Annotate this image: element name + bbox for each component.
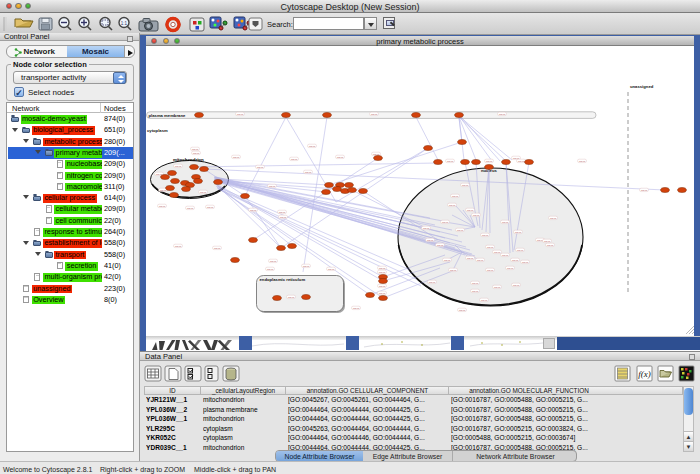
svg-text:GO-nd: GO-nd bbox=[518, 160, 525, 162]
svg-text:GO-nd: GO-nd bbox=[473, 214, 480, 216]
svg-text:GO-nd: GO-nd bbox=[502, 221, 509, 223]
svg-text:GO-nd: GO-nd bbox=[267, 268, 274, 270]
svg-text:GO-nd: GO-nd bbox=[641, 189, 648, 191]
svg-text:GO-nd: GO-nd bbox=[481, 299, 488, 301]
svg-text:GO-nd: GO-nd bbox=[291, 158, 298, 160]
svg-text:GO-nd: GO-nd bbox=[515, 231, 522, 233]
svg-text:GO-nd: GO-nd bbox=[462, 184, 469, 186]
svg-text:GO-nd: GO-nd bbox=[233, 156, 240, 158]
svg-text:GO-nd: GO-nd bbox=[159, 205, 166, 207]
svg-text:GO-nd: GO-nd bbox=[579, 160, 586, 162]
svg-text:1:1: 1:1 bbox=[121, 21, 128, 26]
svg-text:GO-nd: GO-nd bbox=[517, 249, 524, 251]
svg-text:GO-nd: GO-nd bbox=[423, 227, 430, 229]
svg-text:GO-nd: GO-nd bbox=[379, 285, 386, 287]
svg-text:GO-nd: GO-nd bbox=[544, 240, 551, 242]
svg-text:GO-nd: GO-nd bbox=[499, 113, 506, 115]
svg-text:GO-nd: GO-nd bbox=[513, 157, 520, 159]
svg-text:GO-nd: GO-nd bbox=[472, 282, 479, 284]
svg-text:GO-nd: GO-nd bbox=[512, 259, 519, 261]
svg-text:GO-nd: GO-nd bbox=[257, 166, 264, 168]
svg-text:GO-nd: GO-nd bbox=[305, 171, 312, 173]
svg-text:GO-nd: GO-nd bbox=[192, 148, 199, 150]
svg-text:GO-nd: GO-nd bbox=[200, 191, 207, 193]
svg-text:cytoplasm: cytoplasm bbox=[147, 128, 168, 133]
svg-text:GO-nd: GO-nd bbox=[371, 113, 378, 115]
svg-text:GO-nd: GO-nd bbox=[270, 260, 277, 262]
svg-text:GO-nd: GO-nd bbox=[379, 267, 386, 269]
svg-text:GO-nd: GO-nd bbox=[429, 281, 436, 283]
svg-text:GO-nd: GO-nd bbox=[487, 246, 494, 248]
svg-text:GO-nd: GO-nd bbox=[494, 251, 501, 253]
svg-text:GO-nd: GO-nd bbox=[522, 261, 529, 263]
svg-text:GO-nd: GO-nd bbox=[175, 165, 182, 167]
svg-text:GO-nd: GO-nd bbox=[427, 239, 434, 241]
svg-text:GO-nd: GO-nd bbox=[459, 309, 466, 311]
svg-text:GO-nd: GO-nd bbox=[250, 209, 257, 211]
svg-text:GO-nd: GO-nd bbox=[487, 269, 494, 271]
svg-text:GO-nd: GO-nd bbox=[309, 145, 316, 147]
svg-text:GO-nd: GO-nd bbox=[513, 284, 520, 286]
svg-text:GO-nd: GO-nd bbox=[279, 211, 286, 213]
svg-text:GO-nd: GO-nd bbox=[437, 244, 444, 246]
svg-text:GO-nd: GO-nd bbox=[449, 204, 456, 206]
svg-text:GO-nd: GO-nd bbox=[486, 160, 493, 162]
svg-text:GO-nd: GO-nd bbox=[467, 209, 474, 211]
svg-text:GO-nd: GO-nd bbox=[472, 290, 479, 292]
svg-text:GO-nd: GO-nd bbox=[494, 286, 501, 288]
svg-text:GO-nd: GO-nd bbox=[187, 207, 194, 209]
svg-text:endoplasmic reticulum: endoplasmic reticulum bbox=[260, 277, 306, 282]
svg-text:GO-nd: GO-nd bbox=[175, 245, 182, 247]
svg-text:GO-nd: GO-nd bbox=[547, 244, 554, 246]
svg-text:GO-nd: GO-nd bbox=[502, 254, 509, 256]
svg-text:unassigned: unassigned bbox=[630, 84, 654, 89]
svg-text:GO-nd: GO-nd bbox=[237, 113, 244, 115]
svg-text:GO-nd: GO-nd bbox=[207, 206, 214, 208]
svg-text:GO-nd: GO-nd bbox=[450, 269, 457, 271]
svg-text:GO-nd: GO-nd bbox=[353, 307, 360, 309]
svg-text:GO-nd: GO-nd bbox=[214, 247, 221, 249]
svg-text:GO-nd: GO-nd bbox=[457, 229, 464, 231]
svg-text:GO-nd: GO-nd bbox=[444, 259, 451, 261]
svg-text:GO-nd: GO-nd bbox=[280, 216, 287, 218]
svg-text:GO-nd: GO-nd bbox=[452, 195, 459, 197]
svg-text:GO-nd: GO-nd bbox=[379, 271, 386, 273]
svg-text:GO-nd: GO-nd bbox=[507, 267, 514, 269]
svg-text:plasma membrane: plasma membrane bbox=[149, 113, 186, 118]
svg-text:GO-nd: GO-nd bbox=[193, 152, 200, 154]
svg-text:GO-nd: GO-nd bbox=[442, 221, 449, 223]
svg-text:GO-nd: GO-nd bbox=[328, 268, 335, 270]
svg-text:mitochondrion: mitochondrion bbox=[173, 157, 204, 162]
svg-text:GO-nd: GO-nd bbox=[269, 185, 276, 187]
svg-text:GO-nd: GO-nd bbox=[288, 296, 295, 298]
svg-text:GO-nd: GO-nd bbox=[303, 265, 310, 267]
svg-text:GO-nd: GO-nd bbox=[482, 234, 489, 236]
svg-text:GO-nd: GO-nd bbox=[467, 257, 474, 259]
svg-text:GO-nd: GO-nd bbox=[379, 292, 386, 294]
svg-text:GO-nd: GO-nd bbox=[337, 156, 344, 158]
svg-text:f(x): f(x) bbox=[638, 369, 651, 379]
svg-text:GO-nd: GO-nd bbox=[373, 153, 380, 155]
svg-text:GO-nd: GO-nd bbox=[447, 160, 454, 162]
svg-text:GO-nd: GO-nd bbox=[550, 217, 557, 219]
svg-text:GO-nd: GO-nd bbox=[156, 173, 163, 175]
svg-text:GO-nd: GO-nd bbox=[477, 259, 484, 261]
